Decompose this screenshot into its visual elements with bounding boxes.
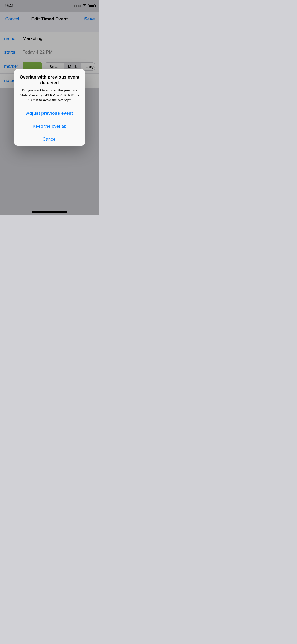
alert-cancel-button[interactable]: Cancel bbox=[14, 133, 85, 146]
modal-overlay: Overlap with previous event detected Do … bbox=[0, 0, 99, 215]
alert-content: Overlap with previous event detected Do … bbox=[14, 69, 85, 107]
home-indicator bbox=[32, 211, 67, 213]
alert-dialog: Overlap with previous event detected Do … bbox=[14, 69, 85, 146]
alert-message: Do you want to shorten the previous 'Hab… bbox=[18, 88, 81, 103]
adjust-previous-button[interactable]: Adjust previous event bbox=[14, 107, 85, 120]
keep-overlap-button[interactable]: Keep the overlap bbox=[14, 120, 85, 133]
alert-title: Overlap with previous event detected bbox=[18, 74, 81, 86]
